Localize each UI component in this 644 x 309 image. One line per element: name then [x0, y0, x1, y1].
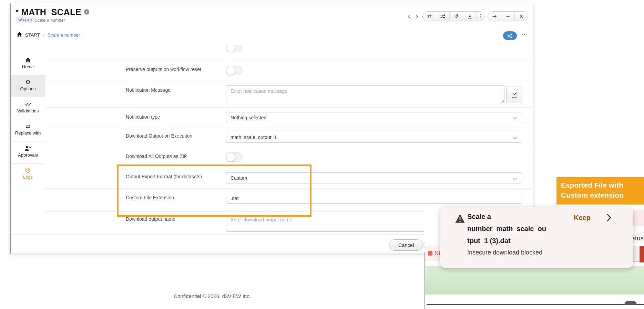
status-legend-text: St	[435, 250, 440, 257]
preserve-outputs-label: Preserve outputs on workflow reset	[126, 67, 201, 72]
sidebar: Home ⚙ Options Validations ⇄ Replace wit…	[11, 45, 45, 234]
more-options-icon[interactable]: ⋯	[522, 31, 527, 38]
page: *MATH_SCALEi W33161 Scale a number ‹ › ⇄…	[0, 0, 644, 309]
confidential-footer: Confidential © 2026, d3VIEW Inc.	[0, 293, 425, 299]
annotation-line-1: Exported File with	[561, 180, 644, 190]
cutoff-toggle[interactable]	[226, 45, 243, 52]
share-nodes-icon	[507, 33, 513, 38]
export-format-label: Output Export Format (for datasets)	[126, 174, 202, 179]
sidebar-item-label: Validations	[11, 108, 45, 113]
sidebar-item-home[interactable]: Home	[11, 53, 45, 75]
history-icon	[11, 167, 45, 173]
download-output-label: Download Output on Execution	[126, 133, 192, 139]
row-separator	[45, 168, 533, 168]
action-button-group: ⇄ ↺ ⋮	[422, 11, 484, 21]
dialog-toolbar: ‹ › ⇄ ↺ ⋮ → − ×	[407, 11, 528, 21]
home-icon	[11, 57, 45, 63]
breadcrumb-root[interactable]: START	[25, 32, 40, 38]
sidebar-item-label: Approvals	[11, 152, 45, 158]
notification-type-select[interactable]: Nothing selected	[226, 112, 521, 123]
window-button-group: → − ×	[488, 11, 528, 21]
sidebar-item-options[interactable]: ⚙ Options	[11, 75, 45, 97]
sidebar-item-label: Home	[11, 64, 45, 69]
sidebar-item-approvals[interactable]: Approvals	[11, 141, 45, 163]
cursor-bump	[624, 301, 637, 305]
sidebar-divider	[11, 188, 45, 188]
workflow-subtitle: Scale a number	[35, 18, 65, 23]
row-separator	[45, 129, 533, 129]
workflow-id-badge: W33161	[16, 17, 35, 23]
breadcrumb-bar: START / Scale a number ⋯	[11, 25, 533, 45]
title-text: MATH_SCALE	[21, 7, 81, 17]
custom-extension-input[interactable]	[226, 193, 521, 204]
download-filename: Scale a number_math_scale_ou tput_1 (3).…	[467, 211, 571, 247]
pencil-square-icon	[511, 92, 517, 98]
annotation-line-2: Custom extension	[561, 190, 644, 200]
options-form: Preserve outputs on workflow reset Notif…	[45, 45, 533, 234]
success-row	[425, 266, 644, 295]
row-separator	[45, 81, 533, 81]
toggle-knob	[226, 66, 235, 75]
home-icon[interactable]	[17, 32, 22, 38]
person-check-icon	[11, 145, 45, 151]
edit-message-button[interactable]	[506, 87, 522, 103]
notification-message-label: Notification Message	[126, 87, 171, 93]
selected-value: Custom	[231, 175, 247, 181]
keep-download-button[interactable]: Keep	[572, 213, 593, 222]
download-zip-label: Download All Outputs as ZIP	[126, 153, 187, 159]
sidebar-item-label: Replace with	[11, 130, 45, 136]
page-title: *MATH_SCALEi	[16, 7, 89, 17]
undo-icon[interactable]: ↺	[449, 12, 463, 21]
chevron-left-icon[interactable]: ‹	[407, 12, 412, 21]
breadcrumb-current[interactable]: Scale a number	[48, 32, 80, 38]
shuffle-icon[interactable]	[436, 12, 449, 21]
sidebar-item-logs[interactable]: Logs	[11, 163, 45, 186]
download-warning-popup: Scale a number_math_scale_ou tput_1 (3).…	[440, 207, 633, 268]
kebab-menu-icon[interactable]: ⋮	[476, 12, 484, 21]
sidebar-item-replace-with[interactable]: ⇄ Replace with	[11, 119, 45, 141]
minimize-icon[interactable]: −	[501, 12, 514, 21]
notification-type-label: Notification type	[126, 114, 160, 120]
sidebar-item-validations[interactable]: Validations	[11, 97, 45, 119]
annotation-callout: Exported File with Custom extension	[556, 177, 644, 205]
double-check-icon	[11, 101, 45, 107]
notification-message-input[interactable]	[226, 85, 504, 103]
download-icon[interactable]	[463, 12, 476, 21]
bottom-divider-line	[427, 304, 644, 305]
close-icon[interactable]: ×	[514, 12, 528, 21]
swap-icon[interactable]: ⇄	[423, 12, 436, 21]
partial-toggle-row	[226, 45, 243, 52]
warning-triangle-icon	[455, 214, 465, 225]
red-status-bar	[640, 246, 644, 262]
row-separator	[45, 107, 533, 108]
chevron-down-icon	[513, 115, 517, 120]
sidebar-item-label: Logs	[11, 175, 45, 180]
dialog-header: *MATH_SCALEi W33161 Scale a number ‹ › ⇄…	[11, 3, 533, 26]
chevron-down-icon	[513, 176, 517, 180]
download-blocked-message: Insecure download blocked	[467, 249, 542, 256]
status-window-left-border	[425, 252, 425, 309]
sidebar-item-label: Options	[11, 86, 45, 91]
chevron-right-icon[interactable]: ›	[415, 12, 419, 21]
status-legend-square	[428, 251, 432, 256]
download-zip-toggle[interactable]	[226, 152, 243, 162]
download-name-label: Download output name	[126, 216, 175, 222]
info-icon[interactable]: i	[84, 9, 89, 14]
custom-extension-label: Custom File Extension	[126, 195, 174, 200]
workflow-graph-button[interactable]	[503, 31, 517, 40]
row-separator	[45, 149, 533, 149]
cancel-button[interactable]: Cancel	[389, 239, 423, 251]
breadcrumb: START / Scale a number	[17, 32, 80, 38]
export-format-select[interactable]: Custom	[226, 172, 521, 183]
chevron-right-icon[interactable]	[606, 213, 611, 223]
gear-icon: ⚙	[11, 79, 45, 85]
chevron-down-icon	[513, 135, 517, 139]
preserve-outputs-toggle[interactable]	[226, 66, 243, 75]
toggle-knob	[226, 152, 235, 162]
breadcrumb-separator: /	[43, 32, 44, 38]
toggle-knob	[226, 45, 235, 52]
download-output-select[interactable]: math_scale_output_1	[226, 132, 521, 143]
selected-value: math_scale_output_1	[231, 134, 277, 140]
row-separator	[45, 188, 533, 189]
arrow-right-icon[interactable]: →	[488, 12, 501, 21]
